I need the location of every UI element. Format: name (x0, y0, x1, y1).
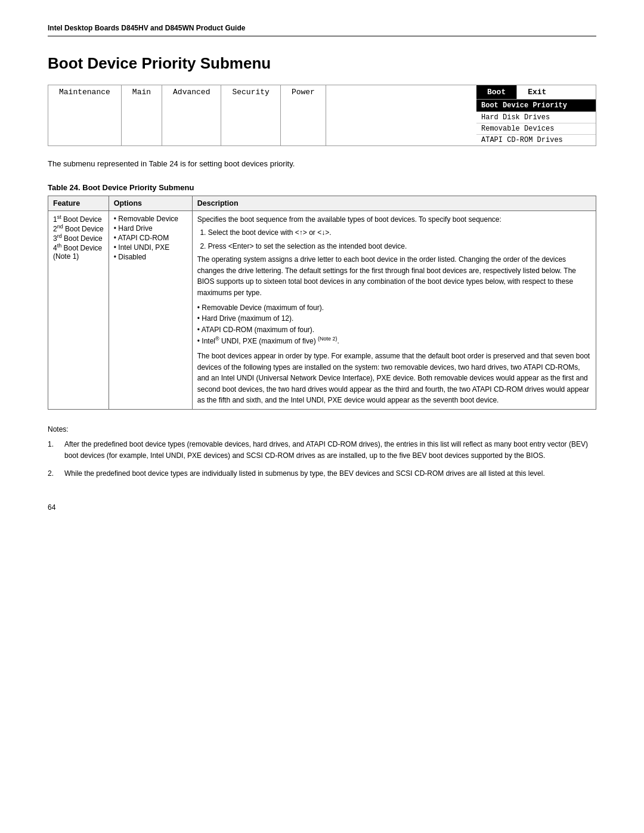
page-number: 64 (48, 503, 596, 512)
option-atapi: ATAPI CD-ROM (114, 233, 187, 243)
desc-bullet-1: Removable Device (maximum of four). (197, 302, 591, 314)
document-header: Intel Desktop Boards D845HV and D845WN P… (48, 24, 596, 36)
bios-submenu: Boot Device Priority Hard Disk Drives Re… (476, 100, 596, 145)
bios-menu-maintenance[interactable]: Maintenance (48, 85, 122, 145)
bios-menu-advanced[interactable]: Advanced (162, 85, 221, 145)
desc-intro: Specifies the boot sequence from the ava… (197, 214, 591, 225)
table-row: 1st Boot Device 2nd Boot Device 3rd Boot… (48, 210, 596, 410)
table-header-row: Feature Options Description (48, 196, 596, 210)
note-1: 1. After the predefined boot device type… (48, 439, 596, 462)
desc-bullet-4: Intel® UNDI, PXE (maximum of five) (Note… (197, 335, 591, 347)
intro-text: The submenu represented in Table 24 is f… (48, 158, 596, 170)
option-disabled: Disabled (114, 252, 187, 262)
options-cell: Removable Device Hard Drive ATAPI CD-ROM… (109, 210, 192, 410)
feature-4th: 4th Boot Device (53, 243, 104, 252)
option-harddrive: Hard Drive (114, 224, 187, 233)
table-caption: Table 24. Boot Device Priority Submenu (48, 183, 596, 192)
bios-menu-main[interactable]: Main (122, 85, 162, 145)
boot-priority-table: Feature Options Description 1st Boot Dev… (48, 196, 596, 410)
desc-steps: Select the boot device with <↑> or <↓>. … (208, 227, 591, 252)
note-1-num: 1. (48, 439, 60, 462)
bios-menu-right: Boot Exit Boot Device Priority Hard Disk… (476, 85, 596, 145)
bios-submenu-item-hdd[interactable]: Hard Disk Drives (476, 112, 596, 123)
bios-submenu-item-atapi[interactable]: ATAPI CD-ROM Drives (476, 134, 596, 145)
option-removable: Removable Device (114, 214, 187, 224)
bios-menu-left: Maintenance Main Advanced Security Power (48, 85, 476, 145)
col-feature: Feature (48, 196, 109, 210)
desc-bullet-2: Hard Drive (maximum of 12). (197, 313, 591, 324)
bios-menu-security[interactable]: Security (221, 85, 280, 145)
desc-bullet-3: ATAPI CD-ROM (maximum of four). (197, 324, 591, 336)
bios-submenu-item-removable[interactable]: Removable Devices (476, 123, 596, 134)
desc-bullets: Removable Device (maximum of four). Hard… (197, 302, 591, 347)
notes-title: Notes: (48, 424, 596, 435)
desc-step-2: Press <Enter> to set the selection as th… (208, 241, 591, 252)
document-title: Intel Desktop Boards D845HV and D845WN P… (48, 24, 245, 32)
bios-menu-bar: Maintenance Main Advanced Security Power… (48, 85, 596, 146)
feature-note: (Note 1) (53, 252, 104, 261)
col-options: Options (109, 196, 192, 210)
feature-3rd: 3rd Boot Device (53, 233, 104, 243)
feature-cell: 1st Boot Device 2nd Boot Device 3rd Boot… (48, 210, 109, 410)
bios-menu-right-top: Boot Exit (476, 85, 596, 100)
col-description: Description (192, 196, 596, 210)
bios-menu-power[interactable]: Power (281, 85, 326, 145)
note-2-num: 2. (48, 468, 60, 479)
bios-menu-boot[interactable]: Boot (476, 85, 517, 99)
note-2-text: While the predefined boot device types a… (64, 468, 545, 479)
feature-1st: 1st Boot Device (53, 214, 104, 224)
note-1-text: After the predefined boot device types (… (64, 439, 596, 462)
desc-step-1: Select the boot device with <↑> or <↓>. (208, 227, 591, 239)
bios-menu-exit[interactable]: Exit (517, 85, 557, 99)
bios-submenu-title: Boot Device Priority (476, 100, 596, 112)
page-title: Boot Device Priority Submenu (48, 54, 596, 73)
note-2: 2. While the predefined boot device type… (48, 468, 596, 479)
desc-para1: The operating system assigns a drive let… (197, 254, 591, 298)
notes-section: Notes: 1. After the predefined boot devi… (48, 424, 596, 479)
feature-2nd: 2nd Boot Device (53, 224, 104, 233)
description-cell: Specifies the boot sequence from the ava… (192, 210, 596, 410)
option-intel-pxe: Intel UNDI, PXE (114, 243, 187, 252)
desc-para2: The boot devices appear in order by type… (197, 351, 591, 406)
options-list: Removable Device Hard Drive ATAPI CD-ROM… (114, 214, 187, 262)
